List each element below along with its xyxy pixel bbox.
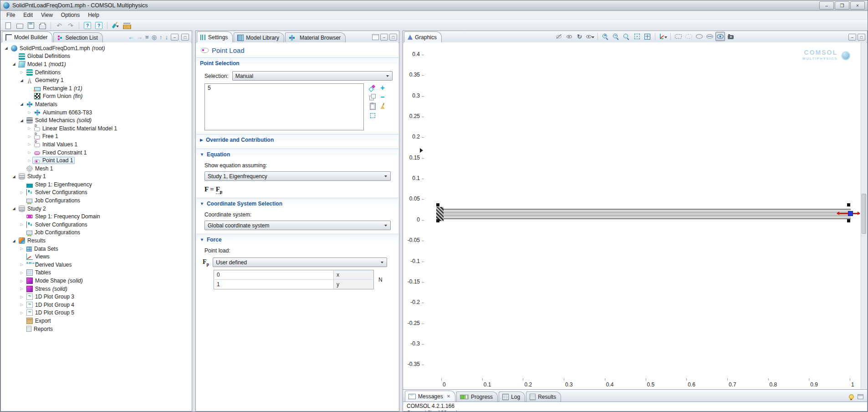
tree-item-step-1-eigenfrequency[interactable]: Step 1: Eigenfrequency [1,180,191,189]
tree-expand-icon[interactable]: ▷ [26,110,32,114]
graphics-canvas[interactable]: COMSOL MULTIPHYSICS 0.40.350.30 [403,42,867,389]
detach-icon[interactable] [858,394,863,399]
tab-model-builder[interactable]: Model Builder [2,31,52,42]
remove-from-selection-icon[interactable]: − [378,93,387,101]
tree-item-aluminum-6063-t83[interactable]: ▷Aluminum 6063-T83 [1,108,191,117]
tree-item-job-configurations[interactable]: Job Configurations [1,196,191,205]
new-icon[interactable] [3,21,13,31]
force-table[interactable]: 0x1y [214,270,374,289]
section-force[interactable]: ▼ Force [196,234,398,245]
select-point-icon[interactable] [715,32,725,41]
create-selection-icon[interactable] [368,84,377,92]
force-value-cell[interactable]: 1 [214,280,334,289]
refresh-icon[interactable]: ↻ [575,32,584,41]
menu-item-file[interactable]: File [2,11,19,19]
splitter-right[interactable] [399,31,403,412]
collapse-all-icon[interactable]: ≡ [145,34,149,41]
select-object-icon[interactable] [674,32,683,41]
tree-expand-icon[interactable]: ▷ [19,311,25,315]
tree-item-results[interactable]: ◢Results [1,237,191,245]
vertex-handle[interactable] [436,219,439,222]
tree-item-free-1[interactable]: ▷Free 1 [1,133,191,141]
tree-item-data-sets[interactable]: ▷Data Sets [1,245,191,253]
zoom-box-icon[interactable] [622,32,631,41]
selected-point-marker[interactable] [848,211,853,216]
tree-expand-icon[interactable]: ▷ [26,150,32,154]
measure-icon[interactable] [122,21,132,31]
tree-item-export[interactable]: Export [1,317,191,325]
tree-expand-icon[interactable]: ◢ [11,239,17,243]
tab-model-library[interactable]: Model Library [234,32,284,42]
tree-item-1d-plot-group-5[interactable]: ▷~1D Plot Group 5 [1,309,191,317]
select-edge-icon[interactable] [705,32,715,41]
paste-selection-icon[interactable] [368,102,377,110]
tree-item-initial-values-1[interactable]: ▷Initial Values 1 [1,140,191,149]
tab-material-browser[interactable]: Material Browser [285,32,346,42]
tab-settings[interactable]: Settings [197,31,233,42]
tree-item-reports[interactable]: Reports [1,325,191,333]
tree-item-solver-configurations[interactable]: ▷Solver Configurations [1,221,191,229]
tree-item-study-2[interactable]: ◢Study 2 [1,205,191,213]
add-to-selection-icon[interactable]: + [378,84,387,92]
clear-selection-icon[interactable] [378,102,387,110]
tree-expand-icon[interactable]: ▷ [19,279,25,283]
minimize-button[interactable]: – [819,1,834,10]
tree-item-views[interactable]: Views [1,252,191,261]
tree-item-solid-mechanics[interactable]: ◢Solid Mechanics(solid) [1,116,191,124]
tree-item-rectangle-1[interactable]: Rectangle 1(r1) [1,84,191,93]
tab-messages[interactable]: Messages✕ [405,391,455,402]
help-icon[interactable]: ? [82,21,92,31]
tree-expand-icon[interactable]: ▷ [26,134,32,139]
close-button[interactable]: × [850,1,865,10]
go-to-view-icon[interactable] [658,32,668,41]
tree-expand-icon[interactable]: ◢ [11,206,17,211]
tree-expand-icon[interactable]: ◢ [19,78,25,82]
tree-expand-icon[interactable]: ◢ [11,175,17,179]
show-icon[interactable]: ◎ [152,34,157,41]
tree-item-1d-plot-group-4[interactable]: ▷~1D Plot Group 4 [1,301,191,309]
selection-listbox[interactable]: 5 [204,83,364,130]
tree-item-solidpntloadfreqdom1-mph[interactable]: ◢SolidPntLoadFreqDom1.mph(root) [1,44,191,52]
beam-geometry[interactable] [439,209,851,219]
zoom-extents-icon[interactable] [643,32,652,41]
tree-item-model-1[interactable]: ◢Model 1(mod1) [1,60,191,68]
tree-item-form-union[interactable]: Form Union(fin) [1,93,191,101]
minimize-panel-icon[interactable]: – [848,34,856,41]
zoom-to-selection-icon[interactable] [368,111,377,119]
tree-item-global-definitions[interactable]: Global Definitions [1,52,191,61]
vertex-handle[interactable] [847,203,850,206]
tree-item-tables[interactable]: ▷Tables [1,269,191,277]
tab-selection-list[interactable]: Selection List [53,32,102,42]
tree-expand-icon[interactable]: ▷ [26,142,32,146]
tree-expand-icon[interactable]: ▷ [19,303,25,307]
redo-icon[interactable]: ↷ [66,21,76,31]
maximize-panel-icon[interactable]: □ [181,34,189,41]
tree-expand-icon[interactable]: ◢ [3,46,9,50]
tree-item-mode-shape[interactable]: ▷Mode Shape(solid) [1,277,191,285]
tree-item-derived-values[interactable]: ▷8.85 e-12Derived Values [1,261,191,269]
dropdown-caret-icon[interactable] [664,36,667,40]
print-icon[interactable] [37,21,47,31]
tree-expand-icon[interactable]: ▷ [19,70,25,74]
tree-item-definitions[interactable]: ▷Definitions [1,68,191,77]
minimize-panel-icon[interactable]: – [171,34,179,41]
tree-expand-icon[interactable]: ▷ [19,222,25,227]
tree-item-point-load-1[interactable]: ▷Point Load 1 [1,156,191,165]
splitter-left[interactable] [192,31,195,412]
select-domain-icon[interactable] [684,32,694,41]
tree-expand-icon[interactable]: ▷ [26,126,32,130]
open-icon[interactable] [15,21,25,31]
tree-item-solver-configurations[interactable]: ▷Solver Configurations [1,189,191,197]
tab-results[interactable]: Results [526,391,561,402]
tree-item-linear-elastic-material-model-1[interactable]: ▷Linear Elastic Material Model 1 [1,124,191,133]
tree-expand-icon[interactable]: ◢ [19,102,25,106]
tab-log[interactable]: Log [499,391,525,402]
tab-graphics[interactable]: Graphics [404,31,442,42]
tree-item-1d-plot-group-3[interactable]: ▷~1D Plot Group 3 [1,293,191,301]
tree-expand-icon[interactable]: ▷ [19,191,25,195]
tree-expand-icon[interactable]: ▷ [26,159,32,163]
section-override[interactable]: ▶ Override and Contribution [196,134,398,145]
maximize-button[interactable]: ❐ [835,1,849,10]
tree-expand-icon[interactable]: ▷ [19,271,25,275]
vertex-handle[interactable] [847,219,850,222]
